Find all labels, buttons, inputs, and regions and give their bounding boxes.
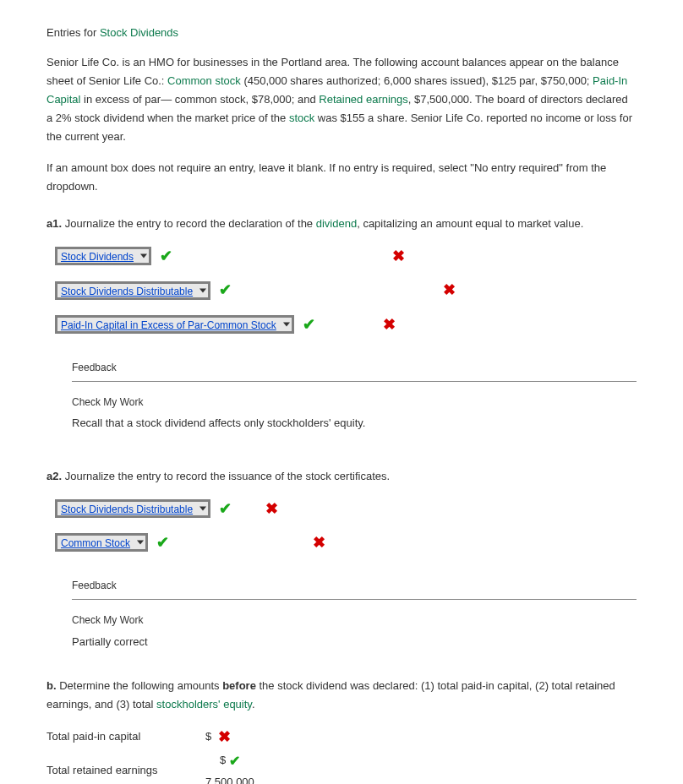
- entries-for-text: Entries for: [46, 26, 96, 39]
- chevron-down-icon: [199, 506, 206, 510]
- stockholders-equity-link[interactable]: stockholders' equity: [156, 698, 252, 710]
- intro-paragraph-1: Senior Life Co. is an HMO for businesses…: [46, 53, 637, 146]
- currency-symbol: $: [205, 727, 211, 746]
- feedback-text: Partially correct: [72, 633, 637, 651]
- amount-row-paid-in: Total paid-in capital $ ✖: [46, 724, 637, 750]
- a2-dropdown-1[interactable]: Stock Dividends Distributable: [55, 499, 210, 518]
- feedback-title: Feedback: [72, 359, 637, 376]
- cross-icon: ✖: [313, 530, 325, 556]
- amount-label: Total paid-in capital: [46, 727, 199, 746]
- check-icon: ✔: [219, 496, 232, 522]
- page-title: Entries for Stock Dividends: [46, 24, 637, 42]
- a1-row-2: Stock Dividends Distributable ✔ ✖: [55, 277, 637, 303]
- b-label: b.: [46, 679, 57, 692]
- a2-dropdown-2[interactable]: Common Stock: [55, 533, 148, 552]
- cross-icon: ✖: [265, 496, 278, 522]
- a1-dropdown-2[interactable]: Stock Dividends Distributable: [55, 281, 210, 300]
- common-stock-link[interactable]: Common stock: [167, 74, 241, 87]
- check-my-work-label: Check My Work: [72, 612, 637, 629]
- a1-dropdown-1[interactable]: Stock Dividends: [55, 247, 151, 265]
- a2-entries: Stock Dividends Distributable ✔ ✖ Common…: [55, 496, 637, 556]
- feedback-text: Recall that a stock dividend affects onl…: [72, 414, 637, 433]
- a2-feedback: Feedback Check My Work Partially correct: [72, 577, 637, 651]
- cross-icon: ✖: [383, 312, 396, 338]
- check-my-work-label: Check My Work: [72, 394, 637, 411]
- check-icon: ✔: [303, 312, 315, 338]
- a2-row-2: Common Stock ✔ ✖: [55, 530, 637, 556]
- feedback-title: Feedback: [72, 577, 637, 594]
- cross-icon: ✖: [392, 243, 405, 270]
- amount-label: Total retained earnings: [46, 761, 199, 780]
- chevron-down-icon: [199, 288, 206, 292]
- amount-row-retained: Total retained earnings $ ✔ 7,500,000: [46, 749, 637, 784]
- divider: [72, 381, 637, 382]
- retained-earnings-link[interactable]: Retained earnings: [319, 93, 408, 106]
- check-icon: ✔: [156, 530, 169, 556]
- check-icon: ✔: [229, 749, 240, 772]
- question-a2: a2. Journalize the entry to record the i…: [46, 467, 637, 486]
- a1-feedback: Feedback Check My Work Recall that a sto…: [72, 359, 637, 433]
- amount-value: 7,500,000: [205, 776, 254, 784]
- a2-row-1: Stock Dividends Distributable ✔ ✖: [55, 496, 637, 522]
- chevron-down-icon: [137, 541, 144, 545]
- a1-dropdown-3[interactable]: Paid-In Capital in Excess of Par-Common …: [55, 315, 294, 334]
- currency-symbol: $: [220, 751, 226, 770]
- check-icon: ✔: [219, 277, 232, 303]
- divider: [72, 599, 637, 600]
- question-a1: a1. Journalize the entry to record the d…: [46, 215, 637, 233]
- stock-dividends-link[interactable]: Stock Dividends: [100, 26, 178, 39]
- before-bold: before: [222, 679, 256, 692]
- a1-label: a1.: [46, 217, 62, 230]
- a2-label: a2.: [46, 470, 62, 482]
- stock-link[interactable]: stock: [289, 112, 314, 124]
- intro-paragraph-2: If an amount box does not require an ent…: [46, 159, 637, 196]
- dividend-link[interactable]: dividend: [316, 217, 357, 230]
- chevron-down-icon: [140, 254, 147, 259]
- a1-row-1: Stock Dividends ✔ ✖: [55, 243, 637, 270]
- a1-entries: Stock Dividends ✔ ✖ Stock Dividends Dist…: [55, 243, 637, 338]
- intro-block: Senior Life Co. is an HMO for businesses…: [46, 53, 637, 196]
- check-icon: ✔: [160, 243, 172, 270]
- a1-row-3: Paid-In Capital in Excess of Par-Common …: [55, 312, 637, 338]
- cross-icon: ✖: [443, 277, 456, 303]
- amounts-table: Total paid-in capital $ ✖ Total retained…: [46, 724, 637, 784]
- question-b: b. Determine the following amounts befor…: [46, 677, 637, 714]
- chevron-down-icon: [283, 323, 290, 327]
- cross-icon: ✖: [218, 724, 231, 750]
